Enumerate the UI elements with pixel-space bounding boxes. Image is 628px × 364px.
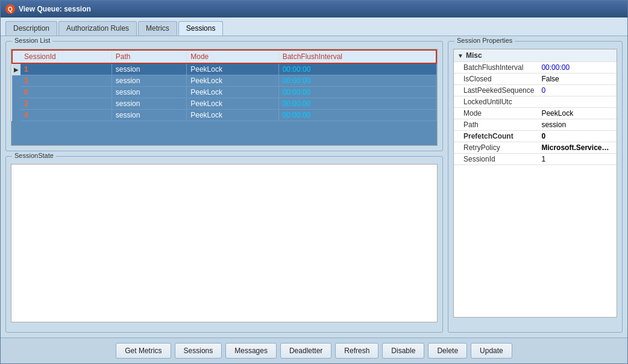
table-row[interactable]: 3sessionPeekLock00:00:00 — [12, 75, 436, 87]
col-path[interactable]: Path — [111, 50, 187, 63]
property-row: LastPeekedSequence0 — [454, 85, 617, 96]
cell-batch-flush: 00:00:00 — [278, 110, 436, 121]
cell-mode: PeekLock — [187, 63, 278, 75]
property-name: LockedUntilUtc — [454, 96, 538, 108]
cell-mode: PeekLock — [187, 75, 278, 87]
session-table-body: ▶1sessionPeekLock00:00:003sessionPeekLoc… — [12, 63, 436, 121]
table-header-row: SessionId Path Mode BatchFlushInterval — [12, 50, 436, 63]
table-empty-area — [11, 121, 437, 145]
cell-batch-flush: 00:00:00 — [278, 63, 436, 75]
property-name: Path — [454, 119, 538, 131]
property-value: 00:00:00 — [538, 62, 617, 74]
cell-path: session — [111, 87, 187, 98]
property-row: BatchFlushInterval00:00:00 — [454, 62, 617, 74]
delete-button[interactable]: Delete — [428, 343, 467, 359]
property-value: 0 — [538, 131, 617, 142]
cell-path: session — [111, 63, 187, 75]
session-list-label: Session List — [12, 37, 52, 44]
table-row[interactable]: ▶1sessionPeekLock00:00:00 — [12, 63, 436, 75]
left-panel: Session List SessionId Path Mode BatchFl… — [5, 41, 443, 333]
disable-button[interactable]: Disable — [382, 343, 424, 359]
main-window: Q View Queue: session Description Author… — [0, 0, 628, 364]
property-value: session — [538, 119, 617, 131]
cell-session-id: 2 — [20, 98, 111, 110]
tab-bar: Description Authorization Rules Metrics … — [1, 17, 627, 36]
property-value — [538, 96, 617, 108]
session-table: SessionId Path Mode BatchFlushInterval ▶… — [11, 49, 437, 121]
property-value: 1 — [538, 154, 617, 165]
col-mode[interactable]: Mode — [187, 50, 278, 63]
property-value: False — [538, 74, 617, 85]
property-name: SessionId — [454, 154, 538, 165]
cell-session-id: 0 — [20, 87, 111, 98]
session-state-content[interactable] — [11, 164, 438, 322]
property-name: BatchFlushInterval — [454, 62, 538, 74]
properties-table: ▼MiscBatchFlushInterval00:00:00IsClosedF… — [454, 49, 617, 165]
property-value: PeekLock — [538, 108, 617, 119]
session-state-label: SessionState — [12, 152, 56, 159]
properties-wrapper: ▼MiscBatchFlushInterval00:00:00IsClosedF… — [453, 49, 617, 318]
property-value: Microsoft.ServiceBus.Ret — [538, 142, 617, 154]
row-indicator — [12, 98, 20, 110]
cell-session-id: 3 — [20, 75, 111, 87]
tab-authorization-rules[interactable]: Authorization Rules — [58, 21, 137, 36]
property-value: 0 — [538, 85, 617, 96]
row-indicator — [12, 75, 20, 87]
right-panel: Session Properties ▼MiscBatchFlushInterv… — [448, 41, 623, 333]
title-bar: Q View Queue: session — [1, 1, 627, 17]
app-icon: Q — [5, 4, 15, 14]
cell-path: session — [111, 98, 187, 110]
props-section-header: ▼Misc — [454, 49, 617, 62]
row-indicator: ▶ — [12, 63, 20, 75]
row-indicator — [12, 110, 20, 121]
cell-mode: PeekLock — [187, 87, 278, 98]
properties-body: ▼MiscBatchFlushInterval00:00:00IsClosedF… — [454, 49, 617, 165]
table-row[interactable]: 0sessionPeekLock00:00:00 — [12, 87, 436, 98]
session-state-panel: SessionState — [5, 156, 443, 333]
cell-batch-flush: 00:00:00 — [278, 87, 436, 98]
deadletter-button[interactable]: Deadletter — [280, 343, 331, 359]
property-row: PrefetchCount0 — [454, 131, 617, 142]
session-properties-panel: Session Properties ▼MiscBatchFlushInterv… — [448, 41, 623, 333]
window-title: View Queue: session — [19, 5, 91, 13]
property-name: Mode — [454, 108, 538, 119]
col-sessionid[interactable]: SessionId — [20, 50, 111, 63]
col-batch[interactable]: BatchFlushInterval — [278, 50, 436, 63]
property-row: Pathsession — [454, 119, 617, 131]
cell-session-id: 1 — [20, 63, 111, 75]
property-row: ModePeekLock — [454, 108, 617, 119]
property-name: RetryPolicy — [454, 142, 538, 154]
row-indicator — [12, 87, 20, 98]
messages-button[interactable]: Messages — [225, 343, 277, 359]
cell-mode: PeekLock — [187, 110, 278, 121]
table-row[interactable]: 2sessionPeekLock00:00:00 — [12, 98, 436, 110]
cell-batch-flush: 00:00:00 — [278, 75, 436, 87]
property-row: IsClosedFalse — [454, 74, 617, 85]
content-area: Session List SessionId Path Mode BatchFl… — [1, 36, 627, 337]
property-row: LockedUntilUtc — [454, 96, 617, 108]
cell-path: session — [111, 75, 187, 87]
footer: Get Metrics Sessions Messages Deadletter… — [1, 337, 627, 363]
sessions-button[interactable]: Sessions — [175, 343, 222, 359]
session-properties-label: Session Properties — [454, 37, 515, 44]
tab-metrics[interactable]: Metrics — [138, 21, 177, 36]
tab-sessions[interactable]: Sessions — [178, 21, 224, 36]
misc-section-header: ▼Misc — [454, 49, 617, 62]
cell-path: session — [111, 110, 187, 121]
session-list-panel: Session List SessionId Path Mode BatchFl… — [5, 41, 443, 151]
property-row: SessionId1 — [454, 154, 617, 165]
refresh-button[interactable]: Refresh — [335, 343, 378, 359]
update-button[interactable]: Update — [471, 343, 512, 359]
property-name: LastPeekedSequence — [454, 85, 538, 96]
cell-mode: PeekLock — [187, 98, 278, 110]
property-name: IsClosed — [454, 74, 538, 85]
get-metrics-button[interactable]: Get Metrics — [116, 343, 171, 359]
property-row: RetryPolicyMicrosoft.ServiceBus.Ret — [454, 142, 617, 154]
session-table-wrapper: SessionId Path Mode BatchFlushInterval ▶… — [11, 49, 438, 146]
cell-batch-flush: 00:00:00 — [278, 98, 436, 110]
tab-description[interactable]: Description — [5, 21, 57, 36]
table-row[interactable]: 4sessionPeekLock00:00:00 — [12, 110, 436, 121]
property-name: PrefetchCount — [454, 131, 538, 142]
cell-session-id: 4 — [20, 110, 111, 121]
